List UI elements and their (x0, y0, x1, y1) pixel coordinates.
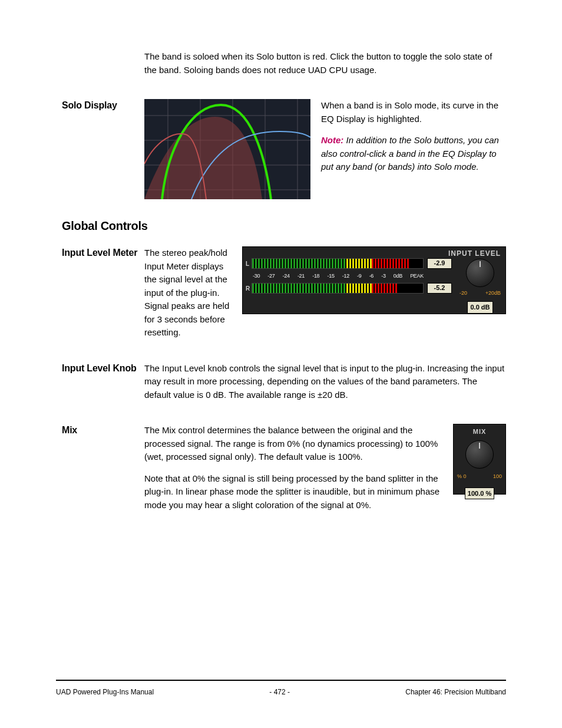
meter-scale: -30 -27 -24 -21 -18 -15 -12 -9 -6 -3 0dB (252, 272, 425, 281)
meter-peak-r: -5.2 (427, 283, 452, 294)
mix-title: MIX (454, 427, 505, 437)
input-level-meter-figure: INPUT LEVEL L -2.9 (242, 246, 506, 314)
meter-bar-l (252, 258, 424, 269)
mix-p1: The Mix control determines the balance b… (144, 424, 506, 464)
meter-peak-l: -2.9 (427, 258, 452, 269)
footer-left: UAD Powered Plug-Ins Manual (56, 687, 154, 697)
label-input-level-knob: Input Level Knob (62, 362, 144, 375)
input-level-dial (466, 259, 494, 287)
input-level-knob-figure: -20 +20dB 0.0 dB (459, 259, 501, 314)
solo-display-p1: When a band is in Solo mode, its curve i… (321, 99, 506, 126)
page-footer: UAD Powered Plug-Ins Manual - 472 - Chap… (56, 680, 506, 697)
input-level-value: 0.0 dB (467, 301, 492, 314)
meter-title: INPUT LEVEL (448, 248, 501, 259)
label-input-level-meter: Input Level Meter (62, 246, 144, 259)
eq-display-figure (144, 99, 310, 199)
mix-figure: MIX % 0 100 100.0 % (453, 424, 506, 495)
label-solo-display: Solo Display (62, 99, 144, 112)
footer-page-number: - 472 - (269, 687, 290, 697)
input-knob-text: The Input Level knob controls the signal… (144, 362, 506, 402)
section-heading-global-controls: Global Controls (62, 217, 506, 235)
knob-scale-max: +20dB (485, 289, 501, 298)
note-lead: Note: (321, 135, 343, 145)
mix-value: 100.0 % (465, 487, 494, 500)
knob-scale-min: -20 (459, 289, 467, 298)
mix-p2: Note that at 0% the signal is still bein… (144, 472, 506, 512)
meter-channel-r: R (246, 284, 252, 293)
mix-dial (465, 440, 494, 469)
mix-scale-min: % 0 (457, 473, 467, 481)
label-mix: Mix (62, 424, 144, 437)
meter-bar-r (252, 283, 424, 294)
footer-chapter: Chapter 46: Precision Multiband (405, 687, 506, 697)
intro-paragraph: The band is soloed when its Solo button … (144, 50, 506, 77)
note-body: In addition to the Solo buttons, you can… (321, 135, 499, 172)
meter-channel-l: L (246, 259, 252, 268)
mix-scale-max: 100 (493, 473, 502, 481)
solo-display-note: Note: In addition to the Solo buttons, y… (321, 134, 506, 174)
